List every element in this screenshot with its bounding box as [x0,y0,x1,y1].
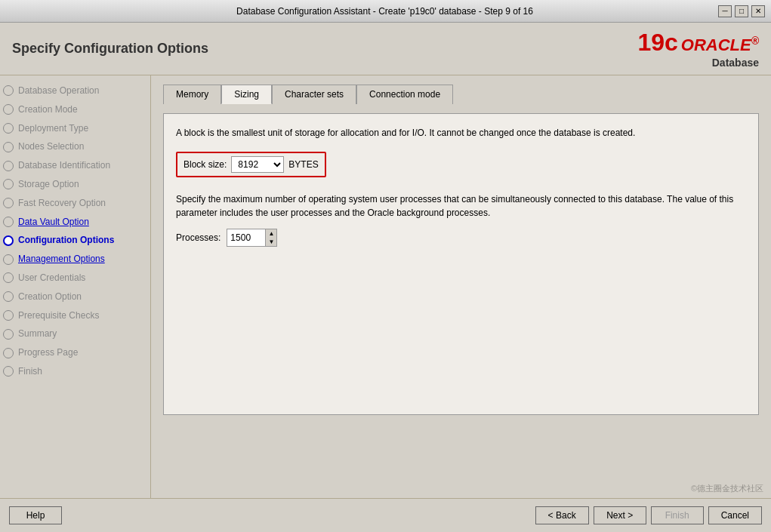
title-bar: Database Configuration Assistant - Creat… [0,0,771,23]
step-dot-data-vault-option [3,217,14,227]
footer-right-buttons: < Back Next > Finish Cancel [535,506,762,524]
step-dot-user-credentials [3,272,14,283]
step-dot-storage-option [3,179,14,189]
page-title: Specify Configuration Options [12,41,208,57]
oracle-product: Database [712,57,759,69]
block-size-box: Block size: 8192 2048 4096 16384 32768 B… [176,152,326,177]
sidebar-item-storage-option: Storage Option [0,175,150,194]
title-bar-buttons[interactable]: ─ □ ✕ [718,5,765,17]
header-bar: Specify Configuration Options 19c ORACLE… [0,23,771,75]
oracle-brand: ORACLE® [681,35,759,55]
processes-increment-button[interactable]: ▲ [266,229,276,238]
processes-row: Processes: ▲ ▼ [176,229,746,247]
footer-bar: Help < Back Next > Finish Cancel [0,498,771,532]
close-button[interactable]: ✕ [751,5,765,17]
sidebar-item-summary: Summary [0,324,150,343]
main-content: Memory Sizing Character sets Connection … [151,75,771,498]
block-size-select[interactable]: 8192 2048 4096 16384 32768 [231,156,284,173]
minimize-button[interactable]: ─ [718,5,732,17]
tab-memory[interactable]: Memory [163,85,221,104]
sidebar-item-nodes-selection: Nodes Selection [0,137,150,156]
help-button[interactable]: Help [9,506,62,524]
sidebar-item-fast-recovery-option: Fast Recovery Option [0,194,150,213]
sidebar-item-management-options[interactable]: Management Options [0,250,150,269]
step-dot-summary [3,329,14,340]
processes-input-wrap: ▲ ▼ [227,229,277,247]
processes-decrement-button[interactable]: ▼ [266,238,276,246]
step-dot-deployment-type [3,123,14,134]
sidebar-item-creation-mode: Creation Mode [0,100,150,119]
step-dot-creation-mode [3,104,14,115]
processes-input[interactable] [227,231,265,244]
step-dot-prerequisite-checks [3,310,14,321]
step-dot-configuration-options [3,235,14,246]
sizing-tab-content: A block is the smallest unit of storage … [163,113,759,415]
oracle-version: 19c [637,29,677,57]
oracle-logo: 19c ORACLE® Database [637,29,759,69]
sidebar-item-finish: Finish [0,362,150,381]
sidebar-item-user-credentials: User Credentials [0,269,150,288]
tab-connection-mode[interactable]: Connection mode [356,85,453,104]
block-size-description: A block is the smallest unit of storage … [176,126,746,140]
sidebar-item-database-identification: Database Identification [0,156,150,175]
bytes-label: BYTES [288,159,318,170]
block-size-label: Block size: [183,159,227,170]
watermark: ©德主圈金技术社区 [691,483,763,494]
sidebar-item-deployment-type: Deployment Type [0,119,150,138]
processes-description: Specify the maximum number of operating … [176,192,746,220]
sidebar-item-configuration-options[interactable]: Configuration Options [0,231,150,250]
content-area: Database Operation Creation Mode Deploym… [0,75,771,498]
processes-spinner: ▲ ▼ [265,229,276,246]
sidebar-item-prerequisite-checks: Prerequisite Checks [0,306,150,325]
step-dot-database-operation [3,85,14,96]
step-dot-progress-page [3,348,14,358]
tab-character-sets[interactable]: Character sets [272,85,356,104]
step-dot-management-options [3,254,14,265]
step-dot-fast-recovery-option [3,198,14,208]
step-dot-nodes-selection [3,142,14,152]
sidebar: Database Operation Creation Mode Deploym… [0,75,151,498]
cancel-button[interactable]: Cancel [708,506,762,524]
back-button[interactable]: < Back [535,506,589,524]
step-dot-creation-option [3,291,14,302]
sidebar-item-creation-option: Creation Option [0,288,150,306]
sidebar-item-progress-page: Progress Page [0,343,150,362]
restore-button[interactable]: □ [735,5,748,17]
main-window: Specify Configuration Options 19c ORACLE… [0,23,771,532]
next-button[interactable]: Next > [594,506,646,524]
tab-sizing[interactable]: Sizing [221,85,272,104]
block-size-row: Block size: 8192 2048 4096 16384 32768 B… [176,152,746,177]
processes-label: Processes: [176,232,221,243]
tabs-bar: Memory Sizing Character sets Connection … [163,85,759,104]
processes-section: Specify the maximum number of operating … [176,192,746,247]
step-dot-finish [3,366,14,377]
sidebar-item-data-vault-option[interactable]: Data Vault Option [0,213,150,232]
step-dot-database-identification [3,161,14,171]
sidebar-item-database-operation: Database Operation [0,81,150,100]
finish-button[interactable]: Finish [651,506,704,524]
title-bar-text: Database Configuration Assistant - Creat… [51,6,718,17]
